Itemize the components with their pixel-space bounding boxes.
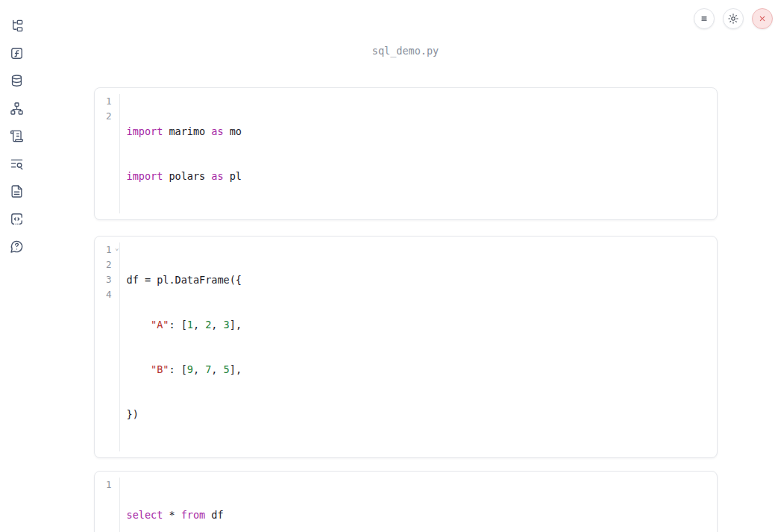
line-number: 1 [95,478,112,492]
code-line: import polars as pl [127,169,242,184]
code-token: df [205,509,223,521]
line-number: 2 [95,109,112,124]
sidebar-item-file-explorer[interactable] [9,18,24,33]
helper-panel-sidebar [0,0,33,532]
sidebar-item-data-sources[interactable] [9,73,24,88]
sidebar-item-help[interactable] [9,239,24,254]
sql-editor[interactable]: select * from df [120,478,224,532]
code-token: , [211,319,223,331]
line-number-gutter: 1 2 [95,94,120,213]
code-square-icon [10,212,24,226]
code-token: , [211,363,223,375]
fold-chevron-icon[interactable]: ⌄ [115,245,119,251]
menu-icon [698,13,710,25]
list-search-icon [10,157,24,171]
close-icon [756,13,768,25]
code-line: import marimo as mo [127,124,242,139]
line-number-gutter: 1 [95,478,120,532]
code-editor[interactable]: df = pl.DataFrame({ "A": [1, 2, 3], "B":… [120,242,242,451]
code-token: 5 [224,363,230,375]
sidebar-item-snippets[interactable] [9,211,24,226]
notebook-controls [694,8,773,29]
sql-cell[interactable]: 1 select * from df Output variable: sql … [94,471,718,532]
code-cell-imports[interactable]: 1 2 import marimo as mo import polars as… [94,87,718,220]
line-number: 1 [95,94,112,109]
code-token: pl [224,170,242,182]
sidebar-item-dependency-graph[interactable] [9,101,24,116]
code-editor[interactable]: import marimo as mo import polars as pl [120,94,242,213]
code-token: df = pl.DataFrame({ [127,274,242,286]
code-token: }) [127,408,139,420]
code-token: "A" [151,319,169,331]
file-text-icon [10,184,24,198]
scroll-icon [10,129,24,143]
code-cell-dataframe[interactable]: 1⌄ 2 3 4 df = pl.DataFrame({ "A": [1, 2,… [94,236,718,458]
code-token: : [ [169,363,186,375]
folder-tree-icon [10,19,24,33]
code-token: marimo [163,125,211,137]
line-number: 3 [95,272,112,287]
code-token: , [193,319,205,331]
shutdown-button[interactable] [752,8,773,29]
line-number: 1⌄ [95,242,112,257]
notebook-menu-button[interactable] [694,8,715,29]
code-token: import [127,125,163,137]
sidebar-item-variables[interactable] [9,46,24,60]
code-token: 9 [187,363,193,375]
code-token [127,363,151,375]
sidebar-item-logs[interactable] [9,156,24,171]
network-icon [10,101,24,116]
code-token: 1 [187,319,193,331]
code-token: from [181,509,206,521]
function-square-icon [10,46,24,60]
code-token: : [ [169,319,186,331]
code-token: ], [230,363,242,375]
code-line: df = pl.DataFrame({ [127,272,242,287]
code-token: , [193,363,205,375]
line-number-gutter: 1⌄ 2 3 4 [95,242,120,451]
code-line: select * from df [127,507,224,522]
line-number: 4 [95,287,112,302]
help-bubble-icon [10,240,24,254]
code-token: as [211,125,223,137]
database-icon [10,74,24,88]
code-token: polars [163,170,211,182]
notebook-filename: sql_demo.py [33,45,778,57]
sidebar-item-documentation[interactable] [9,184,24,198]
code-line: "B": [9, 7, 5], [127,362,242,377]
sidebar-item-scratchpad[interactable] [9,128,24,143]
code-token: ], [230,319,242,331]
code-token: select [127,509,163,521]
code-token: mo [224,125,242,137]
code-token [127,319,151,331]
line-number: 2 [95,257,112,272]
code-token: "B" [151,363,169,375]
code-token: 3 [224,319,230,331]
code-token: as [211,170,223,182]
code-token: * [163,509,181,521]
line-number-text: 1 [106,244,112,255]
code-token: import [127,170,163,182]
code-line: }) [127,407,242,422]
code-line: "A": [1, 2, 3], [127,317,242,332]
settings-button[interactable] [723,8,744,29]
notebook-area: sql_demo.py 1 2 import marimo as mo impo… [33,45,778,532]
gear-icon [727,13,739,25]
